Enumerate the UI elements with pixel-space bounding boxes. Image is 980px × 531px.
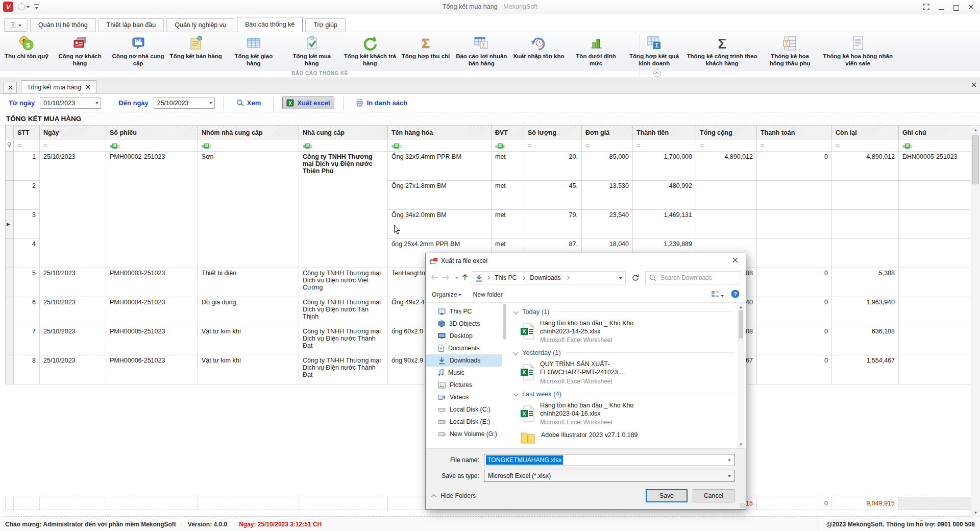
back-button[interactable]	[430, 274, 438, 282]
file-list-scrollbar[interactable]: ▲ ▼	[738, 303, 744, 448]
sidebar-item-music[interactable]: Music	[426, 367, 502, 379]
cell-thanh-toan[interactable]	[757, 239, 832, 268]
cell-nhom-nha-cung-cap[interactable]: Vật tư kim khí	[198, 355, 299, 384]
cell-so-luong[interactable]: 79.	[524, 210, 582, 239]
ribbon-item[interactable]: Thống kê hoa hồng nhân viên sale	[819, 34, 897, 67]
cell-nha-cung-cap[interactable]: Công ty TNHH Thương mại Dịch vụ Điện nướ…	[299, 326, 388, 355]
breadcrumb-downloads[interactable]: Downloads	[528, 273, 562, 282]
refresh-button[interactable]	[629, 274, 642, 281]
filter-cell-ghi-chu[interactable]: aBc	[899, 139, 971, 152]
scroll-thumb[interactable]	[503, 304, 506, 340]
cell-con-lai[interactable]	[832, 181, 899, 210]
cell-thanh-toan[interactable]	[757, 210, 832, 239]
filter-cell-thanh-tien[interactable]: =	[633, 139, 696, 152]
filter-cell-nha-cung-cap[interactable]: aBc	[299, 139, 388, 152]
application-menu-button[interactable]	[4, 18, 28, 32]
cell-stt[interactable]: 4	[14, 239, 40, 268]
cell-don-gia[interactable]: 85,000	[582, 152, 633, 181]
cell-thanh-toan[interactable]: 0	[757, 326, 832, 355]
cell-don-gia[interactable]: 13,530	[582, 181, 633, 210]
cell-nhom-nha-cung-cap[interactable]: Đồ gia dụng	[198, 297, 299, 326]
file-group-header[interactable]: Yesterday (1)	[514, 349, 733, 356]
view-button[interactable]: Xem	[233, 97, 264, 109]
cell-con-lai[interactable]: 1,963,940	[832, 297, 899, 326]
col-header-stt[interactable]: STT	[14, 126, 40, 139]
cell-ten-hang-hoa[interactable]: Ống 32x5,4mm PPR BM	[388, 152, 492, 181]
cell-stt[interactable]: 8	[14, 355, 40, 384]
menu-tab-4[interactable]: Báo cáo thống kê	[237, 17, 303, 32]
cell-ghi-chu[interactable]	[899, 239, 971, 268]
ribbon-item[interactable]: ΣBáo cáo lợi nhuận bán hàng	[452, 34, 510, 67]
cell-ghi-chu[interactable]	[899, 181, 971, 210]
cell-con-lai[interactable]: 4,890,012	[832, 152, 899, 181]
cell-con-lai[interactable]	[832, 210, 899, 239]
ribbon-item[interactable]: Tồn dưới định mức	[567, 34, 625, 67]
hide-folders-button[interactable]: Hide Folders	[433, 492, 476, 499]
cell-ghi-chu[interactable]	[899, 268, 971, 297]
cell-thanh-toan[interactable]	[757, 181, 832, 210]
ribbon-item[interactable]: ΣThống kê hoa hồng thầu phụ	[761, 34, 819, 67]
sidebar-scrollbar[interactable]	[502, 303, 507, 448]
ribbon-item[interactable]: Tổng kết mua hàng	[283, 34, 341, 67]
row-indicator[interactable]: ▶	[6, 210, 14, 239]
filter-cell-tong-cong[interactable]: =	[696, 139, 757, 152]
cell-con-lai[interactable]: 5,388	[832, 268, 899, 297]
sidebar-item-new-volume-g-[interactable]: New Volume (G:)	[426, 428, 502, 440]
ribbon-item[interactable]: Tổng kết giao hàng	[225, 34, 283, 67]
minimize-button[interactable]	[939, 9, 944, 10]
cell-tong-cong[interactable]: 4,890,012	[696, 152, 757, 181]
cell-stt[interactable]: 3	[14, 210, 40, 239]
sidebar-item-pictures[interactable]: Pictures	[426, 379, 502, 391]
cell-stt[interactable]: 1	[14, 152, 40, 181]
cell-so-phieu[interactable]: PMH00004-251023	[106, 297, 198, 326]
cell-tong-cong[interactable]	[696, 181, 757, 210]
breadcrumb-this-pc[interactable]: This PC	[493, 273, 518, 282]
col-header-thanh-tien[interactable]: Thành tiền	[633, 126, 696, 139]
cell-so-luong[interactable]: 45.	[524, 181, 582, 210]
cell-so-phieu[interactable]: PMH00003-251023	[106, 268, 198, 297]
row-indicator[interactable]	[6, 181, 14, 210]
cell-thanh-toan[interactable]: 0	[757, 152, 832, 181]
scroll-up-arrow[interactable]: ▲	[738, 303, 744, 311]
recent-locations-chevron[interactable]	[455, 277, 458, 281]
cell-ghi-chu[interactable]	[899, 297, 971, 326]
organize-button[interactable]: Organize	[432, 291, 461, 298]
ribbon-item[interactable]: Tổng kết bán hàng	[167, 34, 225, 61]
col-header-ten-hang-hoa[interactable]: Tên hàng hóa	[388, 126, 492, 139]
sidebar-item-documents[interactable]: Documents	[426, 342, 502, 354]
search-box[interactable]	[645, 271, 741, 284]
address-dropdown-chevron[interactable]	[619, 277, 622, 281]
cell-nha-cung-cap[interactable]: Công ty TNHH Thương mại Dịch vụ Điện nướ…	[299, 152, 388, 268]
sidebar-item-3d-objects[interactable]: 3D Objects	[426, 318, 502, 330]
col-header-don-gia[interactable]: Đơn giá	[582, 126, 633, 139]
print-list-button[interactable]: In danh sách	[352, 97, 411, 109]
address-breadcrumb[interactable]: This PC Downloads	[472, 271, 626, 284]
cell-con-lai[interactable]	[832, 239, 899, 268]
filter-cell-dvt[interactable]: aBc	[492, 139, 524, 152]
ribbon-item[interactable]: ΣTổng hợp thu chi	[399, 34, 452, 61]
cell-nha-cung-cap[interactable]: Công ty TNHH Thương mại Dịch vụ Điện nướ…	[299, 297, 388, 326]
ribbon-item[interactable]: ΣThống kê công trình theo khách hàng	[683, 34, 761, 67]
menu-tab-5[interactable]: Trợ giúp	[305, 18, 346, 32]
col-header-ghi-chu[interactable]: Ghi chú	[899, 126, 971, 139]
cell-stt[interactable]: 6	[14, 297, 40, 326]
filter-cell-so-phieu[interactable]: aBc	[106, 139, 198, 152]
cell-so-phieu[interactable]: PMH00005-251023	[106, 326, 198, 355]
row-indicator[interactable]	[6, 297, 14, 326]
cell-dvt[interactable]: met	[492, 181, 524, 210]
cell-don-gia[interactable]: 23,540	[582, 210, 633, 239]
cell-nha-cung-cap[interactable]: Công ty TNHH Thương mại Dịch vụ Điện nướ…	[299, 355, 388, 384]
to-date-combo[interactable]: 25/10/2023	[154, 98, 215, 109]
up-button[interactable]	[462, 274, 468, 282]
cell-stt[interactable]: 2	[14, 181, 40, 210]
cell-ngay[interactable]: 25/10/2023	[40, 355, 106, 384]
close-all-tabs-button[interactable]	[4, 82, 17, 93]
export-excel-button[interactable]: X Xuất excel	[282, 96, 334, 109]
file-group-header[interactable]: Last week (4)	[514, 390, 733, 398]
row-indicator[interactable]	[6, 239, 14, 268]
ribbon-item[interactable]: Công nợ nhà cung cấp	[109, 34, 167, 67]
cell-ngay[interactable]: 25/10/2023	[40, 297, 106, 326]
close-button[interactable]	[968, 4, 974, 11]
cell-ten-hang-hoa[interactable]: Ống 34x2.0mm BM	[388, 210, 492, 239]
col-header-tong-cong[interactable]: Tổng cộng	[696, 126, 757, 139]
